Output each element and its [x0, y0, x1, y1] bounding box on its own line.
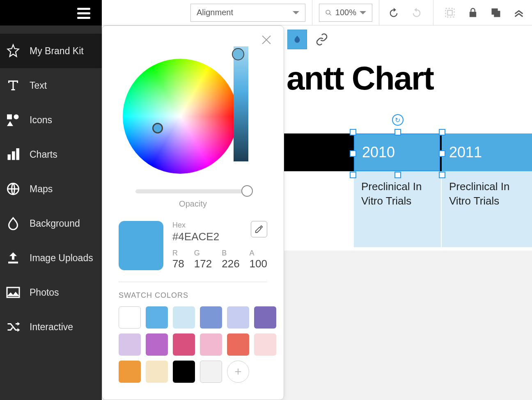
swatch[interactable]: [200, 333, 222, 356]
sidebar-item-charts[interactable]: Charts: [0, 137, 102, 172]
collapse-button[interactable]: [512, 6, 525, 19]
shuffle-icon: [6, 320, 21, 334]
g-value[interactable]: 172: [194, 257, 212, 270]
sidebar-item-photos[interactable]: Photos: [0, 275, 102, 310]
divider: [119, 282, 267, 282]
group-button[interactable]: [443, 6, 456, 19]
zoom-dropdown[interactable]: 100%: [319, 4, 372, 22]
swatch[interactable]: [173, 333, 195, 356]
svg-rect-10: [447, 10, 452, 15]
swatch[interactable]: [173, 306, 195, 329]
sidebar-item-maps[interactable]: Maps: [0, 172, 102, 206]
hex-value[interactable]: #4EACE2: [172, 230, 219, 243]
star-icon: [6, 44, 21, 58]
sidebar: My Brand Kit Text Icons Charts Maps Back…: [0, 0, 102, 400]
gantt-body-2010[interactable]: Preclinical In Vitro Trials: [354, 171, 441, 247]
drop-icon: [6, 216, 21, 231]
swatch[interactable]: [146, 333, 168, 356]
chevron-down-icon: [293, 11, 299, 14]
sidebar-item-label: Background: [30, 218, 80, 229]
alignment-dropdown[interactable]: Alignment: [190, 4, 305, 22]
gantt-header-2011[interactable]: 2011: [442, 133, 532, 171]
swatch[interactable]: [146, 306, 168, 329]
separator: [379, 0, 379, 25]
globe-icon: [6, 182, 21, 196]
sidebar-item-text[interactable]: Text: [0, 68, 102, 103]
sidebar-item-interactive[interactable]: Interactive: [0, 310, 102, 344]
hamburger-menu-button[interactable]: [74, 3, 94, 23]
sidebar-item-label: Image Uploads: [30, 253, 93, 264]
sidebar-item-label: Photos: [30, 287, 59, 298]
r-value[interactable]: 78: [172, 257, 184, 270]
svg-rect-13: [494, 11, 500, 17]
close-button[interactable]: [261, 34, 272, 46]
sidebar-topbar: [0, 0, 102, 25]
sidebar-item-label: My Brand Kit: [30, 46, 84, 57]
gantt-header-2010[interactable]: 2010: [354, 133, 440, 171]
lightness-cursor[interactable]: [232, 48, 244, 60]
sidebar-item-background[interactable]: Background: [0, 206, 102, 241]
r-label: R: [172, 249, 184, 257]
swatch-colors-title: SWATCH COLORS: [119, 291, 267, 300]
add-swatch-button[interactable]: +: [227, 361, 249, 383]
swatch[interactable]: [227, 333, 249, 356]
b-value[interactable]: 226: [222, 257, 239, 270]
opacity-slider[interactable]: [135, 189, 250, 193]
opacity-thumb[interactable]: [241, 185, 253, 197]
svg-rect-11: [470, 11, 476, 17]
shapes-icon: [6, 113, 21, 127]
fill-color-button[interactable]: [287, 30, 307, 49]
separator: [433, 0, 433, 25]
sidebar-item-image-uploads[interactable]: Image Uploads: [0, 241, 102, 275]
color-picker-panel: Opacity Hex #4EACE2 R78 G172 B226 A100 S…: [102, 25, 284, 400]
sidebar-item-label: Charts: [30, 149, 57, 160]
eyedropper-button[interactable]: [251, 221, 267, 237]
svg-point-8: [326, 10, 330, 14]
bars-icon: [6, 147, 21, 162]
svg-rect-4: [16, 148, 20, 160]
lightness-slider[interactable]: [234, 46, 248, 161]
zoom-label: 100%: [335, 8, 356, 17]
a-value[interactable]: 100: [250, 257, 267, 270]
swatch[interactable]: [200, 306, 222, 329]
separator: [312, 0, 312, 25]
page-title[interactable]: antt Chart: [287, 60, 433, 97]
svg-rect-0: [7, 115, 12, 120]
sidebar-item-my-brand-kit[interactable]: My Brand Kit: [0, 34, 102, 68]
swatch[interactable]: [119, 306, 141, 329]
alignment-label: Alignment: [197, 8, 233, 17]
svg-rect-6: [8, 262, 18, 264]
gantt-body-2011[interactable]: Preclinical In Vitro Trials: [442, 171, 532, 247]
lock-button[interactable]: [466, 6, 479, 19]
eyedropper-icon: [255, 225, 264, 234]
sidebar-item-icons[interactable]: Icons: [0, 103, 102, 137]
sidebar-item-label: Icons: [30, 115, 52, 126]
b-label: B: [222, 249, 239, 257]
sidebar-items: My Brand Kit Text Icons Charts Maps Back…: [0, 25, 102, 344]
opacity-label: Opacity: [179, 199, 207, 209]
link-button[interactable]: [315, 33, 328, 46]
color-wheel[interactable]: [123, 59, 238, 174]
swatch[interactable]: [119, 333, 141, 356]
sidebar-item-label: Text: [30, 80, 47, 91]
redo-button[interactable]: [410, 6, 423, 19]
top-toolbar: Alignment 100%: [102, 0, 532, 25]
svg-rect-2: [8, 154, 11, 160]
a-label: A: [250, 249, 267, 257]
g-label: G: [194, 249, 212, 257]
swatch[interactable]: [227, 306, 249, 329]
swatch[interactable]: [119, 361, 141, 383]
swatch[interactable]: [200, 361, 222, 383]
svg-rect-9: [446, 8, 454, 17]
element-toolbar: [287, 30, 328, 49]
drop-icon: [293, 34, 302, 45]
color-wheel-cursor[interactable]: [152, 123, 163, 133]
svg-point-1: [14, 115, 19, 120]
undo-button[interactable]: [387, 6, 400, 19]
copy-button[interactable]: [489, 6, 502, 19]
swatch[interactable]: [254, 306, 276, 329]
swatch[interactable]: [173, 361, 195, 383]
sidebar-item-label: Maps: [30, 184, 53, 195]
swatch[interactable]: [146, 361, 168, 383]
swatch[interactable]: [254, 333, 276, 356]
